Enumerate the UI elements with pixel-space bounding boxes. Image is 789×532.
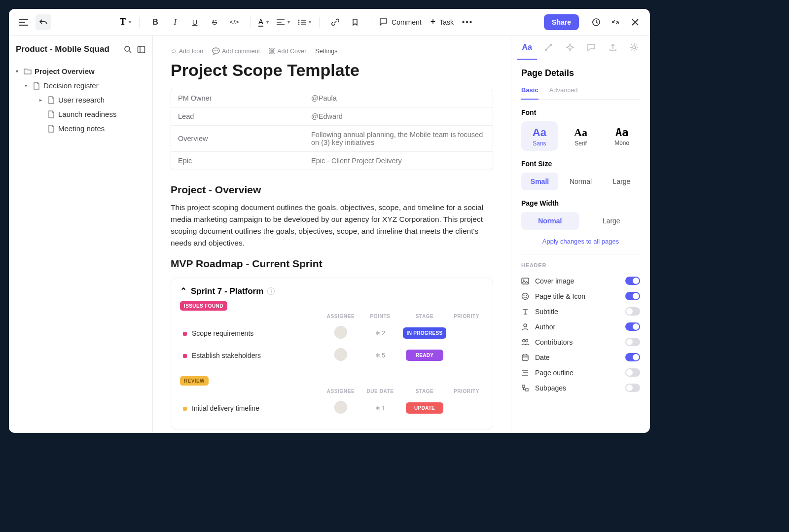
tab-settings-icon[interactable] [627, 40, 641, 54]
fontsize-option-small[interactable]: Small [521, 173, 558, 190]
calendar-icon [521, 354, 530, 361]
align-dropdown[interactable]: ▾ [277, 19, 290, 25]
sidebar-item-0[interactable]: ▾Project Overview [16, 64, 145, 78]
avatar [334, 348, 347, 361]
svg-rect-7 [522, 278, 529, 284]
toggle-switch[interactable] [625, 307, 640, 316]
svg-point-9 [522, 293, 529, 299]
toggle-switch[interactable] [625, 368, 640, 377]
svg-point-6 [633, 46, 636, 49]
svg-rect-5 [138, 46, 145, 53]
bold-icon[interactable]: B [147, 14, 163, 30]
header-section-label: HEADER [521, 262, 640, 268]
link-icon[interactable] [327, 14, 343, 30]
stage-badge: IN PROGRESS [403, 327, 447, 339]
add-icon-action[interactable]: ☺ Add Icon [171, 47, 203, 55]
undo-icon[interactable] [36, 14, 51, 30]
add-cover-action[interactable]: 🖼 Add Cover [269, 47, 306, 55]
font-option-mono[interactable]: AaMono [604, 121, 640, 151]
tab-typography-icon[interactable]: Aa [520, 40, 534, 54]
svg-point-4 [125, 46, 130, 51]
bookmark-icon[interactable] [347, 14, 363, 30]
group-tag: ISSUES FOUND [180, 301, 227, 311]
header-option-subpages: Subpages [521, 380, 640, 395]
svg-point-11 [526, 295, 527, 296]
menu-icon[interactable] [16, 14, 32, 30]
header-option-cover-image: Cover image [521, 273, 640, 288]
svg-point-1 [298, 21, 300, 23]
panel-toggle-icon[interactable] [137, 45, 145, 54]
overview-body[interactable]: This project scoping document outlines t… [171, 202, 486, 249]
subtab-advanced[interactable]: Advanced [549, 86, 578, 99]
toggle-switch[interactable] [625, 384, 640, 392]
toggle-switch[interactable] [625, 277, 640, 285]
add-comment-action[interactable]: 💬 Add comment [212, 47, 260, 55]
sidebar-item-4[interactable]: Meeting notes [16, 121, 145, 136]
sidebar-item-1[interactable]: ▾Decision register [16, 78, 145, 93]
info-table: PM Owner@PaulaLead@EdwardOverviewFollowi… [171, 89, 493, 170]
roadmap-heading: MVP Roadmap - Current Sprint [171, 258, 493, 270]
users-icon [521, 338, 530, 346]
page-title[interactable]: Project Scope Template [171, 61, 493, 80]
fontsize-section-label: Font Size [521, 160, 640, 168]
svg-point-0 [298, 19, 300, 21]
font-option-sans[interactable]: AaSans [521, 121, 558, 151]
fontsize-option-large[interactable]: Large [603, 173, 640, 190]
sprint-panel: ⌃ Sprint 7 - Platform i ISSUES FOUNDASSI… [171, 278, 493, 429]
width-section-label: Page Width [521, 199, 640, 207]
sidebar-item-2[interactable]: ▸User research [16, 93, 145, 107]
settings-action[interactable]: Settings [315, 47, 337, 55]
text-style-dropdown[interactable]: T▾ [120, 17, 131, 27]
svg-rect-17 [526, 389, 528, 391]
document-main: ☺ Add Icon 💬 Add comment 🖼 Add Cover Set… [153, 35, 511, 433]
fontsize-option-normal[interactable]: Normal [562, 173, 599, 190]
strikethrough-icon[interactable]: S [207, 14, 222, 30]
svg-point-13 [523, 339, 525, 342]
more-icon[interactable]: ••• [460, 14, 475, 30]
tab-comments-icon[interactable] [584, 40, 598, 54]
share-button[interactable]: Share [544, 14, 579, 30]
toggle-switch[interactable] [625, 292, 640, 300]
font-section-label: Font [521, 108, 640, 116]
user-icon [521, 323, 530, 331]
tab-relations-icon[interactable] [541, 40, 555, 54]
search-icon[interactable] [124, 45, 132, 54]
top-toolbar: T▾ B I U S </> A▾ ▾ ▾ Comment + Task [9, 9, 650, 35]
width-option-large[interactable]: Large [583, 212, 641, 230]
sidebar-item-3[interactable]: Launch readiness [16, 107, 145, 121]
sprint-title: Sprint 7 - Platform [191, 286, 263, 296]
italic-icon[interactable]: I [167, 14, 183, 30]
svg-rect-15 [522, 355, 528, 360]
history-icon[interactable] [588, 14, 604, 30]
tab-export-icon[interactable] [606, 40, 620, 54]
width-option-normal[interactable]: Normal [521, 212, 579, 230]
info-row: Lead@Edward [171, 107, 493, 125]
outline-icon [521, 369, 530, 377]
tab-ai-icon[interactable] [563, 40, 577, 54]
info-icon[interactable]: i [267, 287, 275, 295]
list-dropdown[interactable]: ▾ [298, 19, 311, 25]
task-row[interactable]: Scope requirements✱2IN PROGRESS [180, 322, 484, 344]
header-option-author: Author [521, 319, 640, 334]
collapse-icon[interactable] [608, 14, 623, 30]
task-row[interactable]: Establish stakeholders✱5READY [180, 344, 484, 366]
subtab-basic[interactable]: Basic [521, 86, 538, 100]
toggle-switch[interactable] [625, 353, 640, 361]
image-icon [521, 277, 530, 285]
toggle-switch[interactable] [625, 322, 640, 331]
text-color-dropdown[interactable]: A▾ [258, 17, 269, 27]
code-icon[interactable]: </> [226, 14, 242, 30]
svg-rect-16 [522, 385, 525, 388]
sprint-collapse-icon[interactable]: ⌃ [180, 286, 187, 296]
close-icon[interactable] [627, 14, 643, 30]
font-option-serif[interactable]: AaSerif [563, 121, 599, 151]
apply-all-link[interactable]: Apply changes to all pages [521, 238, 640, 245]
comment-button[interactable]: Comment [379, 18, 422, 26]
svg-point-14 [526, 339, 528, 342]
stage-badge: UPDATE [406, 402, 443, 414]
task-button[interactable]: + Task [430, 17, 454, 27]
toggle-switch[interactable] [625, 338, 640, 346]
underline-icon[interactable]: U [187, 14, 203, 30]
task-row[interactable]: Initial delivery timeline✱1UPDATE [180, 397, 484, 419]
svg-point-12 [524, 324, 527, 327]
